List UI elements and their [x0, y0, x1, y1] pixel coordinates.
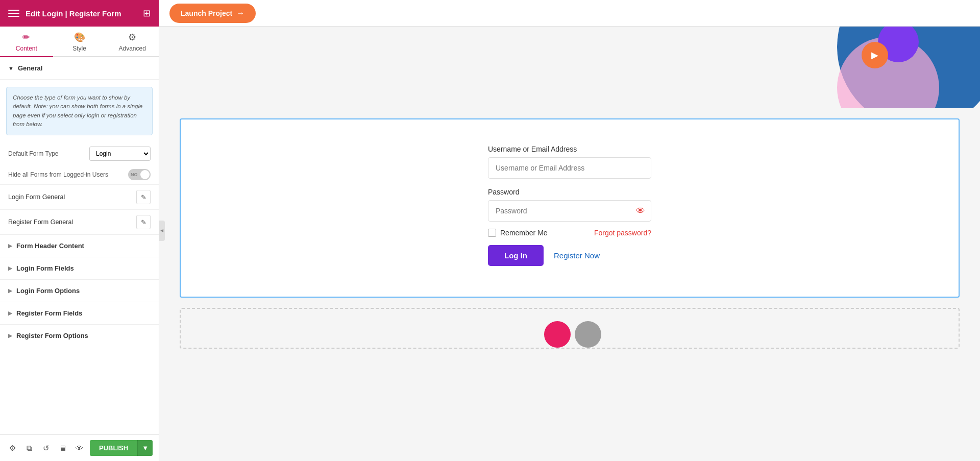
remember-me-label: Remember Me	[500, 229, 548, 237]
login-options-arrow-icon: ▶	[8, 288, 12, 294]
register-now-link[interactable]: Register Now	[554, 251, 600, 260]
bottom-bar: ⚙ ⧉ ↺ 🖥 👁 PUBLISH ▼	[0, 434, 159, 461]
form-header-content-header[interactable]: ▶ Form Header Content	[0, 235, 159, 257]
info-box: Choose the type of form you want to show…	[6, 87, 153, 135]
tab-content[interactable]: ✏ Content	[0, 27, 53, 56]
hide-forms-label: Hide all Forms from Logged-in Users	[8, 171, 124, 178]
deco-play-button: ▶	[862, 42, 888, 68]
tab-style-label: Style	[72, 45, 86, 52]
login-fields-arrow-icon: ▶	[8, 265, 12, 271]
remember-me-checkbox[interactable]	[488, 229, 496, 237]
general-section: ▼ General Choose the type of form you wa…	[0, 57, 159, 234]
deco-top-right: ▶	[766, 27, 980, 108]
default-form-type-select[interactable]: Login Register	[89, 147, 151, 161]
content-tab-icon: ✏	[22, 32, 30, 43]
style-tab-icon: 🎨	[74, 32, 85, 43]
hide-forms-row: Hide all Forms from Logged-in Users NO	[0, 165, 159, 184]
register-form-general-edit-button[interactable]: ✎	[136, 215, 151, 229]
login-form-fields-label: Login Form Fields	[16, 264, 74, 272]
tab-advanced[interactable]: ⚙ Advanced	[106, 27, 159, 56]
tab-advanced-label: Advanced	[118, 45, 145, 52]
username-input[interactable]	[488, 157, 651, 179]
publish-button[interactable]: PUBLISH	[90, 440, 137, 456]
login-form-options-label: Login Form Options	[16, 287, 80, 295]
login-widget-container: Username or Email Address Password 👁 Rem…	[180, 118, 960, 298]
panel-title: Edit Login | Register Form	[26, 9, 137, 18]
main-area: Launch Project → ▶ Username or Email Add…	[159, 0, 980, 461]
login-form-fields-header[interactable]: ▶ Login Form Fields	[0, 257, 159, 279]
deco-circle-pink	[837, 37, 939, 108]
register-form-fields-label: Register Form Fields	[16, 309, 82, 317]
password-eye-icon[interactable]: 👁	[636, 206, 645, 216]
password-label: Password	[488, 188, 651, 196]
general-arrow-icon: ▼	[8, 65, 14, 71]
register-form-fields-header[interactable]: ▶ Register Form Fields	[0, 302, 159, 324]
register-form-options-label: Register Form Options	[16, 332, 88, 339]
deco-circle-blue	[837, 27, 980, 108]
default-form-type-label: Default Form Type	[8, 150, 85, 157]
general-section-label: General	[18, 64, 42, 72]
layers-icon[interactable]: ⧉	[23, 440, 36, 456]
monitor-icon[interactable]: 🖥	[56, 440, 69, 456]
widget-inner: Username or Email Address Password 👁 Rem…	[181, 119, 959, 297]
register-form-options-section: ▶ Register Form Options	[0, 324, 159, 347]
hamburger-icon[interactable]	[8, 8, 19, 19]
forgot-password-link[interactable]: Forgot password?	[594, 229, 651, 237]
login-form-fields-section: ▶ Login Form Fields	[0, 257, 159, 279]
launch-arrow-icon: →	[236, 9, 244, 18]
dashed-widget-section	[180, 308, 960, 349]
login-form-options-section: ▶ Login Form Options	[0, 279, 159, 302]
username-label: Username or Email Address	[488, 145, 651, 153]
tab-content-label: Content	[16, 45, 37, 52]
form-header-content-section: ▶ Form Header Content	[0, 234, 159, 257]
password-input[interactable]	[488, 200, 651, 222]
panel-tabs: ✏ Content 🎨 Style ⚙ Advanced	[0, 27, 159, 57]
login-form-options-header[interactable]: ▶ Login Form Options	[0, 280, 159, 302]
panel-header: Edit Login | Register Form ⊞	[0, 0, 159, 27]
hide-forms-toggle[interactable]: NO	[128, 169, 151, 180]
tab-style[interactable]: 🎨 Style	[53, 27, 106, 56]
login-form-general-edit-button[interactable]: ✎	[136, 190, 151, 204]
form-header-content-label: Form Header Content	[16, 242, 84, 250]
form-bottom-row: Remember Me Forgot password?	[488, 229, 651, 237]
grid-icon[interactable]: ⊞	[143, 8, 151, 19]
login-form-general-row: Login Form General ✎	[0, 184, 159, 209]
register-form-options-header[interactable]: ▶ Register Form Options	[0, 325, 159, 347]
launch-project-label: Launch Project	[181, 9, 232, 17]
advanced-tab-icon: ⚙	[128, 32, 136, 43]
info-box-text: Choose the type of form you want to show…	[13, 94, 142, 127]
register-form-general-row: Register Form General ✎	[0, 209, 159, 234]
form-actions: Log In Register Now	[488, 245, 651, 266]
register-form-general-label: Register Form General	[8, 219, 136, 226]
left-panel: Edit Login | Register Form ⊞ ✏ Content 🎨…	[0, 0, 159, 461]
default-form-type-row: Default Form Type Login Register	[0, 142, 159, 165]
eye-icon[interactable]: 👁	[73, 440, 86, 456]
panel-content: ▼ General Choose the type of form you wa…	[0, 57, 159, 434]
deco-avatar-pink	[544, 321, 571, 348]
password-field-wrap: 👁	[488, 200, 651, 222]
main-topbar: Launch Project →	[159, 0, 980, 27]
panel-collapse-handle[interactable]: ◀	[159, 221, 165, 241]
launch-project-button[interactable]: Launch Project →	[169, 4, 256, 23]
deco-avatar-gray	[575, 321, 601, 348]
publish-btn-wrap: PUBLISH ▼	[90, 440, 153, 456]
login-form-general-label: Login Form General	[8, 193, 136, 201]
publish-dropdown-button[interactable]: ▼	[137, 440, 153, 456]
toggle-no-label: NO	[131, 172, 138, 177]
form-header-arrow-icon: ▶	[8, 243, 12, 249]
remember-me-row: Remember Me	[488, 229, 548, 237]
general-section-header[interactable]: ▼ General	[0, 57, 159, 80]
login-button[interactable]: Log In	[488, 245, 544, 266]
login-form: Username or Email Address Password 👁 Rem…	[488, 145, 651, 266]
page-canvas: ▶ Username or Email Address Password 👁	[159, 27, 980, 461]
deco-circle-purple	[878, 27, 919, 62]
register-form-fields-section: ▶ Register Form Fields	[0, 302, 159, 324]
register-options-arrow-icon: ▶	[8, 333, 12, 338]
history-icon[interactable]: ↺	[40, 440, 53, 456]
toggle-knob	[140, 170, 150, 179]
register-fields-arrow-icon: ▶	[8, 310, 12, 316]
gear-icon[interactable]: ⚙	[6, 440, 19, 456]
